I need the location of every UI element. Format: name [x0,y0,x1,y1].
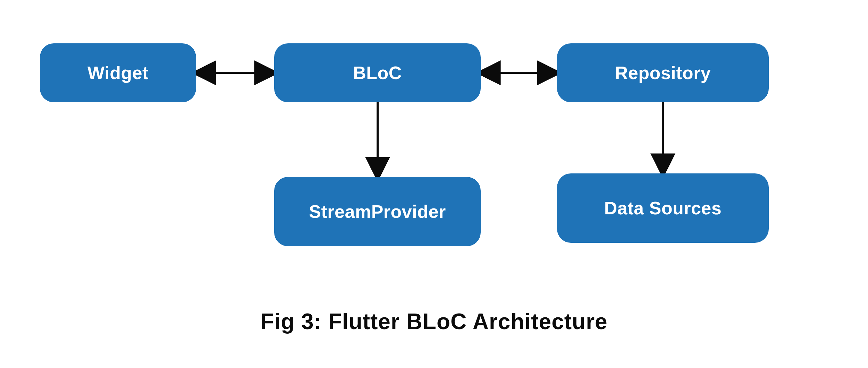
node-widget: Widget [40,43,196,102]
diagram-canvas: Widget BLoC Repository StreamProvider Da… [0,0,868,368]
node-streamprovider-label: StreamProvider [309,201,446,222]
node-bloc-label: BLoC [353,62,402,83]
figure-caption: Fig 3: Flutter BLoC Architecture [0,309,868,334]
node-bloc: BLoC [274,43,481,102]
node-widget-label: Widget [87,62,149,83]
node-datasources-label: Data Sources [604,198,722,219]
node-repository-label: Repository [615,62,711,83]
node-streamprovider: StreamProvider [274,177,481,246]
node-datasources: Data Sources [557,173,769,243]
node-repository: Repository [557,43,769,102]
